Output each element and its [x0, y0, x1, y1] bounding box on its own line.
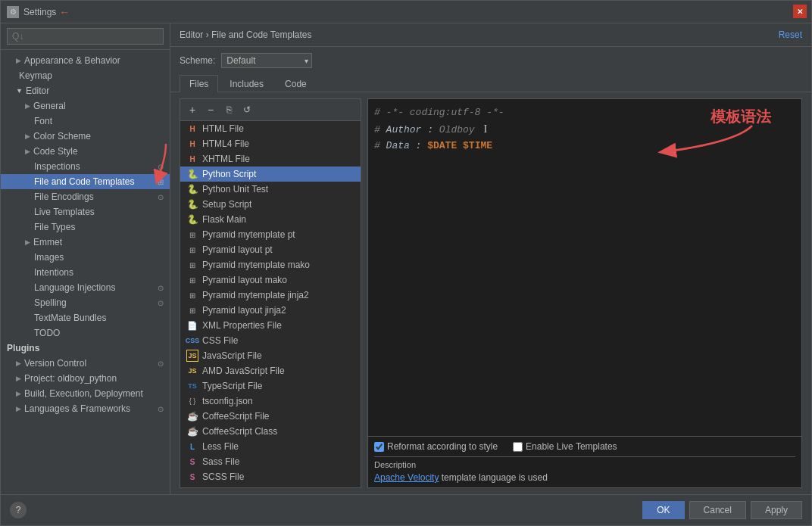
- tab-code[interactable]: Code: [275, 75, 317, 92]
- sidebar-item-keymap[interactable]: Keymap: [1, 68, 170, 83]
- sidebar-item-file-types[interactable]: File Types: [1, 219, 170, 235]
- coffeescript-icon: ☕: [186, 410, 198, 422]
- file-item-html[interactable]: H HTML File: [180, 121, 361, 136]
- sidebar-item-color-scheme[interactable]: ▶ Color Scheme: [1, 129, 170, 144]
- sidebar-item-languages[interactable]: ▶ Languages & Frameworks ⊙: [1, 401, 170, 416]
- expand-arrow-emmet: ▶: [25, 238, 30, 246]
- title-bar: ⚙ Settings ← ✕: [1, 1, 811, 23]
- description-label: Description: [374, 460, 795, 469]
- python-unit-test-icon: 🐍: [186, 183, 198, 195]
- close-button[interactable]: ✕: [793, 5, 807, 18]
- file-item-javascript[interactable]: JS JavaScript File: [180, 348, 361, 363]
- live-templates-checkbox[interactable]: [513, 442, 523, 452]
- file-item-tsconfig[interactable]: { } tsconfig.json: [180, 394, 361, 409]
- file-item-pyramid-layout-mako[interactable]: ⊞ Pyramid layout mako: [180, 272, 361, 288]
- file-item-coffeescript[interactable]: ☕ CoffeeScript File: [180, 409, 361, 424]
- sidebar-item-inspections[interactable]: Inspections ⊙: [1, 159, 170, 174]
- breadcrumb: Editor › File and Code Templates: [180, 30, 312, 40]
- sidebar-item-live-templates[interactable]: Live Templates: [1, 204, 170, 219]
- file-item-pyramid-layout-jinja2[interactable]: ⊞ Pyramid layout jinja2: [180, 303, 361, 318]
- sidebar-item-images[interactable]: Images: [1, 250, 170, 265]
- sidebar-item-todo[interactable]: TODO: [1, 325, 170, 341]
- sidebar-item-file-code-templates[interactable]: File and Code Templates ⊞: [1, 174, 170, 189]
- sidebar-item-emmet-label: Emmet: [33, 237, 62, 247]
- reset-template-button[interactable]: ↺: [239, 102, 255, 117]
- sidebar-item-plugins[interactable]: Plugins: [1, 341, 170, 356]
- code-comment-author: #: [374, 124, 386, 135]
- copy-button[interactable]: ⎘: [221, 102, 236, 117]
- file-item-html4[interactable]: H HTML4 File: [180, 136, 361, 151]
- scss-icon: S: [186, 471, 198, 483]
- code-data-key: Data :: [386, 140, 428, 151]
- file-item-html4-label: HTML4 File: [202, 139, 249, 149]
- apache-velocity-link[interactable]: Apache Velocity: [374, 472, 439, 483]
- file-item-pyramid-mytemplate-mako[interactable]: ⊞ Pyramid mytemplate mako: [180, 257, 361, 272]
- sidebar-item-intentions[interactable]: Intentions: [1, 265, 170, 280]
- file-item-typescript-label: TypeScript File: [202, 381, 262, 391]
- apply-button[interactable]: Apply: [751, 501, 802, 519]
- code-author-key: Author :: [386, 124, 439, 135]
- sidebar-item-build[interactable]: ▶ Build, Execution, Deployment: [1, 386, 170, 401]
- sidebar-item-language-injections[interactable]: Language Injections ⊙: [1, 280, 170, 295]
- file-item-amd-javascript[interactable]: JS AMD JavaScript File: [180, 363, 361, 378]
- live-templates-checkbox-label[interactable]: Enable Live Templates: [513, 441, 617, 452]
- sidebar-item-file-encodings[interactable]: File Encodings ⊙: [1, 189, 170, 204]
- sidebar-item-project[interactable]: ▶ Project: oldboy_python: [1, 371, 170, 386]
- file-item-coffeescript-class[interactable]: ☕ CoffeeScript Class: [180, 424, 361, 439]
- ts-icon: TS: [186, 380, 198, 392]
- sidebar-item-appearance[interactable]: ▶ Appearance & Behavior: [1, 53, 170, 68]
- search-input[interactable]: [7, 28, 164, 45]
- file-item-python-unit-test[interactable]: 🐍 Python Unit Test: [180, 182, 361, 197]
- sidebar-item-version-control[interactable]: ▶ Version Control ⊙: [1, 356, 170, 371]
- sidebar-item-editor-label: Editor: [26, 86, 49, 96]
- live-templates-label-text: Enable Live Templates: [526, 441, 617, 452]
- sidebar-item-font[interactable]: Font: [1, 114, 170, 129]
- tab-includes[interactable]: Includes: [220, 75, 273, 92]
- file-item-sass[interactable]: S Sass File: [180, 454, 361, 469]
- file-item-scss[interactable]: S SCSS File: [180, 469, 361, 484]
- code-area[interactable]: # -*- coding:utf-8 -*- # Author : Oldboy…: [368, 99, 801, 436]
- file-item-less[interactable]: L Less File: [180, 439, 361, 454]
- file-item-xhtml-label: XHTML File: [202, 154, 250, 164]
- settings-window: ⚙ Settings ← ✕ ▶ Appearance & Behavior K…: [0, 0, 812, 526]
- sidebar-item-spelling[interactable]: Spelling ⊙: [1, 295, 170, 310]
- sidebar-item-textmate[interactable]: TextMate Bundles: [1, 310, 170, 325]
- file-item-python-script[interactable]: 🐍 Python Script: [180, 167, 361, 182]
- tab-files[interactable]: Files: [180, 75, 218, 92]
- file-item-tsconfig-label: tsconfig.json: [202, 396, 253, 406]
- file-item-xhtml[interactable]: H XHTML File: [180, 151, 361, 167]
- file-item-setup-script[interactable]: 🐍 Setup Script: [180, 197, 361, 212]
- expand-arrow-project: ▶: [16, 375, 21, 382]
- templates-icon: ⊞: [158, 178, 164, 186]
- file-item-xml-properties[interactable]: 📄 XML Properties File: [180, 318, 361, 333]
- sidebar-item-images-label: Images: [34, 252, 64, 263]
- remove-button[interactable]: −: [203, 102, 218, 117]
- sidebar-item-emmet[interactable]: ▶ Emmet: [1, 235, 170, 250]
- file-item-typescript[interactable]: TS TypeScript File: [180, 378, 361, 394]
- file-item-css[interactable]: CSS CSS File: [180, 333, 361, 348]
- file-item-flask-main[interactable]: 🐍 Flask Main: [180, 212, 361, 227]
- expand-arrow-code-style: ▶: [25, 148, 30, 155]
- file-item-pyramid-layout-pt[interactable]: ⊞ Pyramid layout pt: [180, 242, 361, 257]
- file-item-scss-label: SCSS File: [202, 472, 244, 482]
- sidebar-item-general[interactable]: ▶ General: [1, 98, 170, 114]
- cancel-button[interactable]: Cancel: [689, 501, 746, 519]
- file-item-setup-script-label: Setup Script: [202, 199, 251, 210]
- sidebar-item-code-style[interactable]: ▶ Code Style: [1, 144, 170, 159]
- add-button[interactable]: +: [185, 102, 200, 117]
- file-item-pyramid-mytemplate-pt[interactable]: ⊞ Pyramid mytemplate pt: [180, 227, 361, 242]
- ok-button[interactable]: OK: [642, 501, 684, 519]
- sidebar-item-editor[interactable]: ▼ Editor: [1, 83, 170, 98]
- file-item-stylus[interactable]: S Stylus File: [180, 484, 361, 487]
- file-item-pyramid-mytemplate-jinja2[interactable]: ⊞ Pyramid mytemplate jinja2: [180, 288, 361, 303]
- file-item-pyramid-layout-jinja2-label: Pyramid layout jinja2: [202, 305, 286, 316]
- reset-link[interactable]: Reset: [779, 30, 802, 40]
- reformat-checkbox-label[interactable]: Reformat according to style: [374, 441, 498, 452]
- sass-icon: S: [186, 456, 198, 468]
- sidebar-item-keymap-label: Keymap: [19, 70, 52, 81]
- help-button[interactable]: ?: [10, 502, 27, 518]
- reformat-checkbox[interactable]: [374, 442, 384, 452]
- file-item-amd-javascript-label: AMD JavaScript File: [202, 366, 285, 376]
- sidebar-item-spelling-label: Spelling: [34, 297, 67, 308]
- scheme-select[interactable]: Default Custom: [221, 53, 312, 68]
